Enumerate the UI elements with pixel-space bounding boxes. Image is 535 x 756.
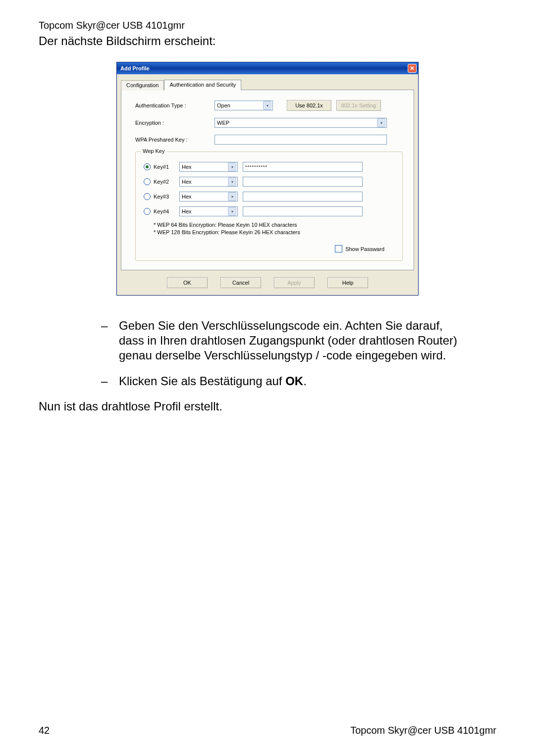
- help-line-2: * WEP 128 Bits Encryption: Please Keyin …: [154, 229, 394, 236]
- key2-type-select[interactable]: Hex ▾: [179, 177, 238, 187]
- wep-key-legend: Wep Key: [141, 148, 166, 154]
- key1-value: **********: [245, 164, 268, 169]
- close-icon[interactable]: ✕: [408, 64, 417, 73]
- use-8021x-button[interactable]: Use 802.1x: [287, 100, 331, 111]
- key3-label: Key#3: [154, 194, 169, 200]
- add-profile-dialog: Add Profile ✕ Configuration Authenticati…: [116, 62, 419, 296]
- chevron-down-icon: ▾: [228, 162, 236, 171]
- chevron-down-icon: ▾: [228, 207, 236, 216]
- encryption-value: WEP: [217, 120, 229, 126]
- 8021x-setting-button: 802.1x Setting: [336, 100, 381, 111]
- show-password-label: Show Passward: [345, 246, 384, 252]
- wep-key-group: Wep Key Key#1 Hex ▾ **********: [135, 151, 403, 261]
- key1-label: Key#1: [154, 164, 169, 170]
- key1-type-value: Hex: [182, 164, 192, 170]
- button-bar: OK Cancel Apply Help: [121, 270, 414, 289]
- key4-type-select[interactable]: Hex ▾: [179, 206, 238, 216]
- auth-type-label: Authentication Type :: [135, 102, 214, 108]
- auth-type-select[interactable]: Open ▾: [214, 101, 273, 110]
- wep-key-row-2: Key#2 Hex ▾: [144, 177, 394, 187]
- key4-label: Key#4: [154, 208, 169, 214]
- key1-type-select[interactable]: Hex ▾: [179, 162, 238, 172]
- key1-input[interactable]: **********: [243, 162, 363, 172]
- wpa-key-label: WPA Preshared Key :: [135, 137, 214, 143]
- key4-input[interactable]: [243, 206, 363, 216]
- chevron-down-icon: ▾: [228, 192, 236, 201]
- radio-key2[interactable]: [144, 178, 151, 185]
- encryption-label: Encryption :: [135, 120, 214, 126]
- auth-type-value: Open: [217, 102, 230, 108]
- chevron-down-icon: ▾: [263, 101, 271, 110]
- bullet-1: –Geben Sie den Verschlüsselungscode ein.…: [101, 318, 472, 363]
- final-text: Nun ist das drahtlose Profil erstellt.: [39, 400, 496, 413]
- radio-key4[interactable]: [144, 208, 151, 215]
- show-password-checkbox[interactable]: [335, 245, 342, 252]
- bullet-2: –Klicken Sie als Bestätigung auf OK.: [101, 374, 472, 389]
- bullet-2-text: Klicken Sie als Bestätigung auf: [119, 374, 285, 388]
- radio-key3[interactable]: [144, 193, 151, 200]
- titlebar[interactable]: Add Profile ✕: [117, 62, 418, 74]
- wep-help-text: * WEP 64 Bits Encryption: Please Keyin 1…: [144, 216, 394, 238]
- radio-key1[interactable]: [144, 163, 151, 170]
- wep-key-row-4: Key#4 Hex ▾: [144, 206, 394, 216]
- tab-configuration[interactable]: Configuration: [121, 80, 164, 91]
- cancel-button[interactable]: Cancel: [220, 277, 261, 288]
- key4-type-value: Hex: [182, 208, 192, 214]
- tabs: Configuration Authentication and Securit…: [121, 79, 414, 90]
- wep-key-row-3: Key#3 Hex ▾: [144, 192, 394, 202]
- footer-right: Topcom Skyr@cer USB 4101gmr: [350, 725, 496, 736]
- ok-button[interactable]: OK: [167, 277, 208, 288]
- wep-key-row-1: Key#1 Hex ▾ **********: [144, 162, 394, 172]
- chevron-down-icon: ▾: [228, 177, 236, 186]
- encryption-select[interactable]: WEP ▾: [214, 118, 387, 128]
- key3-input[interactable]: [243, 192, 363, 202]
- key3-type-select[interactable]: Hex ▾: [179, 192, 238, 202]
- ok-bold: OK: [285, 374, 303, 388]
- dialog-title: Add Profile: [120, 65, 150, 71]
- key2-label: Key#2: [154, 179, 169, 185]
- bullet-1-text: Geben Sie den Verschlüsselungscode ein. …: [119, 318, 470, 363]
- help-line-1: * WEP 64 Bits Encryption: Please Keyin 1…: [154, 221, 394, 229]
- lead-text: Der nächste Bildschirm erscheint:: [39, 34, 496, 48]
- tab-auth-security[interactable]: Authentication and Security: [164, 80, 241, 90]
- key2-type-value: Hex: [182, 179, 192, 185]
- wpa-key-input[interactable]: [214, 135, 387, 145]
- document-header: Topcom Skyr@cer USB 4101gmr: [39, 20, 496, 31]
- key2-input[interactable]: [243, 177, 363, 187]
- apply-button: Apply: [274, 277, 315, 288]
- tab-panel-auth: Authentication Type : Open ▾ Use 802.1x …: [121, 90, 414, 270]
- key3-type-value: Hex: [182, 194, 192, 200]
- help-button[interactable]: Help: [327, 277, 368, 288]
- chevron-down-icon: ▾: [377, 118, 385, 127]
- page-number: 42: [39, 725, 50, 736]
